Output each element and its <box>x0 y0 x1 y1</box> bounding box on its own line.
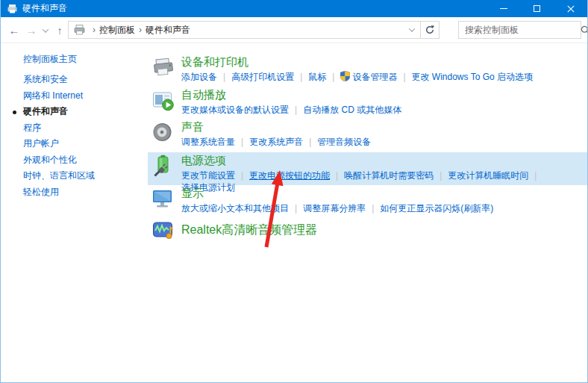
section-title-devices-printers[interactable]: 设备和打印机 <box>181 55 248 69</box>
sidebar-item-ease-of-access[interactable]: 轻松使用 <box>1 184 148 201</box>
breadcrumb-separator-icon: › <box>139 25 142 35</box>
link-divider: | <box>440 170 442 181</box>
link-divider: | <box>223 72 225 82</box>
link-advanced-printer-setup[interactable]: 高级打印机设置 <box>231 72 294 82</box>
link-divider: | <box>295 203 297 214</box>
search-input[interactable] <box>459 22 581 38</box>
link-fix-monitor-flicker[interactable]: 如何更正显示器闪烁(刷新率) <box>380 203 493 214</box>
sidebar-item-network-internet[interactable]: 网络和 Internet <box>1 88 148 105</box>
section-title-power-options[interactable]: 电源选项 <box>181 154 226 167</box>
link-divider: | <box>295 105 297 115</box>
section-links: 放大或缩小文本和其他项目|调整屏幕分辨率|如何更正显示器闪烁(刷新率) <box>181 202 493 214</box>
link-change-default-media-settings[interactable]: 更改媒体或设备的默认设置 <box>181 105 289 115</box>
breadcrumb-separator-icon: › <box>93 25 96 35</box>
location-printer-icon <box>73 24 86 36</box>
section-title-sound[interactable]: 声音 <box>181 120 204 134</box>
address-bar[interactable]: › 控制面板 › 硬件和声音 <box>68 21 421 39</box>
link-divider: | <box>372 203 374 214</box>
link-play-cds-automatically[interactable]: 自动播放 CD 或其他媒体 <box>303 105 401 115</box>
maximize-button[interactable] <box>520 0 554 17</box>
section-sound: 声音 调整系统音量|更改系统声音|管理音频设备 <box>150 120 371 148</box>
display-icon[interactable] <box>150 187 177 211</box>
sidebar-item-label: 硬件和声音 <box>23 106 68 116</box>
sidebar-item-clock-language[interactable]: 时钟、语言和区域 <box>1 168 148 184</box>
navigation-bar: ← → ↑ › 控制面板 › 硬件和声音 <box>1 17 587 43</box>
sidebar-item-programs[interactable]: 程序 <box>1 120 148 137</box>
link-change-power-saving-settings[interactable]: 更改节能设置 <box>181 170 235 181</box>
sidebar-item-home[interactable]: 控制面板主页 <box>23 53 148 65</box>
link-change-system-sounds[interactable]: 更改系统声音 <box>249 137 303 147</box>
link-divider: | <box>403 72 405 82</box>
section-links: 调整系统音量|更改系统声音|管理音频设备 <box>181 136 371 148</box>
back-button[interactable]: ← <box>5 17 23 43</box>
printer-icon[interactable] <box>150 55 177 79</box>
recent-locations-dropdown[interactable] <box>40 17 51 43</box>
section-links: 更改媒体或设备的默认设置|自动播放 CD 或其他媒体 <box>181 104 401 116</box>
close-icon <box>567 5 575 13</box>
sidebar-item-system-security[interactable]: 系统和安全 <box>1 72 148 88</box>
section-display: 显示 放大或缩小文本和其他项目|调整屏幕分辨率|如何更正显示器闪烁(刷新率) <box>150 187 493 214</box>
section-title-autoplay[interactable]: 自动播放 <box>181 88 226 102</box>
link-change-sleep-time[interactable]: 更改计算机睡眠时间 <box>448 170 528 181</box>
link-divider: | <box>332 72 334 82</box>
main-content: 设备和打印机 添加设备|高级打印机设置|鼠标|设备管理器|更改 Windows … <box>148 43 587 382</box>
refresh-button[interactable] <box>421 21 440 39</box>
window-controls <box>487 0 587 17</box>
section-realtek: Realtek高清晰音频管理器 <box>150 219 317 240</box>
section-autoplay: 自动播放 更改媒体或设备的默认设置|自动播放 CD 或其他媒体 <box>150 88 401 116</box>
realtek-icon[interactable] <box>150 219 177 240</box>
sidebar-item-appearance[interactable]: 外观和个性化 <box>1 152 148 169</box>
minimize-button[interactable] <box>487 0 520 17</box>
section-links: 添加设备|高级打印机设置|鼠标|设备管理器|更改 Windows To Go 启… <box>181 71 533 83</box>
link-change-power-button-function[interactable]: 更改电源按钮的功能 <box>249 170 330 181</box>
link-adjust-screen-resolution[interactable]: 调整屏幕分辨率 <box>303 203 366 214</box>
search-box <box>458 21 581 39</box>
link-divider: | <box>534 170 537 181</box>
control-panel-window: 硬件和声音 ← → ↑ › <box>0 0 588 383</box>
chevron-down-icon <box>409 25 415 31</box>
forward-button[interactable]: → <box>23 17 40 43</box>
link-divider: | <box>336 170 338 181</box>
autoplay-icon[interactable] <box>150 88 177 112</box>
sidebar-item-hardware-sound[interactable]: 硬件和声音 <box>1 104 148 120</box>
link-add-device[interactable]: 添加设备 <box>181 72 217 82</box>
window-title: 硬件和声音 <box>22 2 67 15</box>
link-make-text-larger-smaller[interactable]: 放大或缩小文本和其他项目 <box>181 203 289 214</box>
search-icon[interactable] <box>581 25 588 35</box>
link-device-manager[interactable]: 设备管理器 <box>352 72 397 82</box>
section-title-realtek[interactable]: Realtek高清晰音频管理器 <box>181 223 317 237</box>
breadcrumb-hardware-and-sound[interactable]: 硬件和声音 <box>146 24 190 37</box>
link-divider: | <box>241 137 243 147</box>
up-button[interactable]: ↑ <box>51 17 68 43</box>
section-devices-printers: 设备和打印机 添加设备|高级打印机设置|鼠标|设备管理器|更改 Windows … <box>150 55 533 83</box>
minimize-icon <box>500 8 507 9</box>
active-bullet-icon <box>13 110 16 114</box>
link-divider: | <box>241 170 243 181</box>
close-button[interactable] <box>554 0 587 17</box>
speaker-icon[interactable] <box>150 120 177 144</box>
link-divider: | <box>300 72 302 82</box>
hardware-and-sound-window-icon <box>7 3 18 14</box>
titlebar[interactable]: 硬件和声音 <box>1 0 587 17</box>
sidebar-item-user-accounts[interactable]: 用户帐户 <box>1 136 148 152</box>
chevron-down-icon <box>43 26 49 32</box>
maximize-icon <box>534 5 540 12</box>
link-require-password-on-wakeup[interactable]: 唤醒计算机时需要密码 <box>344 170 434 181</box>
battery-icon[interactable] <box>150 154 177 178</box>
refresh-icon <box>425 25 435 35</box>
link-mouse[interactable]: 鼠标 <box>308 72 326 82</box>
link-adjust-system-volume[interactable]: 调整系统音量 <box>181 137 235 147</box>
address-dropdown-button[interactable] <box>404 22 420 38</box>
link-manage-audio-devices[interactable]: 管理音频设备 <box>317 137 371 147</box>
sidebar: 控制面板主页 系统和安全 网络和 Internet 硬件和声音 程序 用户帐户 … <box>1 43 148 200</box>
breadcrumb-control-panel[interactable]: 控制面板 <box>99 24 135 37</box>
link-windows-to-go[interactable]: 更改 Windows To Go 启动选项 <box>412 72 533 82</box>
section-title-display[interactable]: 显示 <box>181 187 204 200</box>
uac-shield-icon <box>340 71 350 81</box>
link-divider: | <box>309 137 311 147</box>
